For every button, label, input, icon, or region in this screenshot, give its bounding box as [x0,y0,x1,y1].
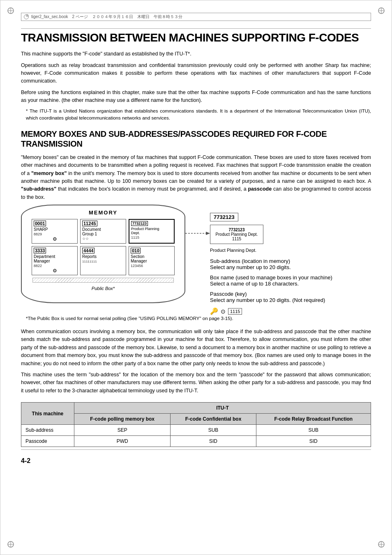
cell-name-sectionmgr: SectionManager [131,254,173,263]
mem-cell-010: 010 SectionManager 123456 [129,246,175,275]
memory-label: MEMORY [28,210,179,216]
sub-addr-info-body: Select any number up to 20 digits. [210,264,332,270]
table-row-passcode: Passcode PWD SID SID [21,436,371,447]
intro-para2: Operations such as relay broadcast trans… [21,62,371,85]
mem-cell-3333: 3333 DepartmentManager 8822 ⚙ [32,246,78,275]
row2-label: Passcode [21,436,74,447]
section-para1-text3: that indicates the box's location in mem… [58,186,247,192]
sub-addr-badge: 7732123 [210,213,238,221]
cell-icon-3333: ⚙ [34,268,76,274]
col2-header: F-code polling memory box [74,414,171,425]
table-row-subaddress: Sub-address SEP SUB SUB [21,425,371,436]
passcode-info: Passcode (key) Select any number up to 2… [210,291,332,303]
diagram-wrapper: MEMORY 0001 SHARP 8829 ⚙ 11245 DocumentG… [21,205,371,315]
comparison-table: This machine ITU-T F-code polling memory… [21,402,371,447]
body-para2: This machine uses the term "sub-address"… [21,371,371,395]
mem-cell-11245: 11245 DocumentGroup 1 ☆☆ [80,219,126,244]
cell-sub-010: 123456 [131,264,143,268]
target-icon: ⊕ [24,14,29,19]
top-rule [21,28,371,29]
body-para1: When communication occurs involving a me… [21,328,371,368]
intro-para1: This machine supports the "F-code" stand… [21,50,371,58]
header-strip: ⊕ tiger2_fax_sec.book 2 ページ ２００４年９月１６日 木… [21,13,371,21]
cell-name-deptmgr: DepartmentManager [34,254,76,263]
mem-cell-7732123: 7732123 Product PlanningDept. 1115 [129,219,175,244]
section-para1-bold3: passcode [248,186,272,192]
passcode-info-body: Select any number up to 20 digits. (Not … [210,297,332,303]
col3-header: F-code Confidential box [171,414,256,425]
col1-header: This machine [21,403,74,425]
pp-box-sub: 1115 [213,237,261,241]
passcode-num-badge: 1115 [228,308,242,315]
row1-c4: SUB [256,425,371,436]
cell-sub-4444: 11111111 [82,260,97,263]
cell-num-7732123: 7732123 [131,221,148,226]
public-box-label: Public Box* [31,286,175,291]
passcode-key-row: 🔑 ⊙ 1115 [210,307,332,315]
page-number: 4-2 [21,457,371,465]
itu-t-header: ITU-T [74,403,371,414]
key-icon: 🔑 [210,307,218,315]
cell-name-reports: Reports [82,254,124,259]
corner-tr [377,7,385,15]
section-para1-bold2: "sub-address" [21,186,56,192]
mem-cell-0001: 0001 SHARP 8829 ⚙ [32,219,78,244]
section-para1-text2: in the unit's memory. The memory box is … [21,170,371,184]
hatch-area [32,278,174,283]
passcode-info-title: Passcode (key) [210,291,332,297]
cell-name-docgroup: DocumentGroup 1 [82,227,124,236]
cell-num-0001: 0001 [34,221,46,226]
corner-tl [7,7,15,15]
section-para1-bold1: "memory box" [31,170,67,176]
main-title: TRANSMISSION BETWEEN MACHINES SUPPORTING… [21,31,371,44]
svg-marker-13 [206,232,210,235]
header-text: tiger2_fax_sec.book 2 ページ ２００４年９月１６日 木曜日… [31,14,182,20]
box-name-info-body: Select a name of up to 18 characters. [210,281,332,287]
cell-name-sharp: SHARP [34,227,76,232]
memory-box: MEMORY 0001 SHARP 8829 ⚙ 11245 DocumentG… [21,205,185,303]
product-label-text: Product Planning Dept. [210,248,256,253]
cell-sub-7732123: 1115 [131,235,139,240]
product-planning-box: 7732123 Product Planning Dept. 1115 [210,225,263,244]
diagram-right-section: 7732123 7732123 Product Planning Dept. 1… [210,213,332,315]
public-box-area: Public Box* [28,278,179,291]
corner-bl [7,540,15,548]
bottom-rule [21,449,371,450]
row2-c2: PWD [74,436,171,447]
cell-sub-0001: 8829 [34,232,42,236]
cell-num-4444: 4444 [82,248,95,253]
row2-c4: SID [256,436,371,447]
product-label: Product Planning Dept. [210,247,332,253]
row1-label: Sub-address [21,425,74,436]
cell-name-product: Product PlanningDept. [131,227,172,235]
corner-br [377,540,385,548]
cell-icon-0001: ⚙ [34,236,76,242]
section-para1: "Memory boxes" can be created in the mem… [21,154,371,201]
info-section: Sub-address (location in memory) Select … [210,258,332,315]
cell-num-11245: 11245 [82,221,97,226]
cell-num-3333: 3333 [34,248,46,253]
dashed-arrow-svg [185,229,210,237]
box-name-info-title: Box name (used to manage boxes in your m… [210,274,332,281]
row1-c3: SUB [171,425,256,436]
footnote-text: * The ITU-T is a United Nations organiza… [21,108,371,121]
mem-cell-4444: 4444 Reports 11111111 [80,246,126,275]
sub-addr-info: Sub-address (location in memory) Select … [210,258,332,270]
col4-header: F-code Relay Broadcast Function [256,414,371,425]
pp-box-num: 7732123 [213,228,261,232]
intro-para3: Before using the functions explained in … [21,89,371,105]
section-title: MEMORY BOXES AND SUB-ADDRESSES/PASSCODES… [21,129,371,149]
page: ⊕ tiger2_fax_sec.book 2 ページ ２００４年９月１６日 木… [0,0,392,555]
sub-addr-info-title: Sub-address (location in memory) [210,258,332,264]
pp-box-name: Product Planning Dept. [213,232,261,237]
row2-c3: SID [171,436,256,447]
row1-c2: SEP [74,425,171,436]
footnote2: *The Public Box is used for normal seria… [21,315,371,322]
circle-icon: ⊙ [221,308,226,315]
memory-grid: 0001 SHARP 8829 ⚙ 11245 DocumentGroup 1 … [28,219,179,275]
cell-sub-11245: ☆☆ [82,237,89,241]
arrow-area [185,229,210,237]
cell-num-010: 010 [131,248,141,253]
cell-sub-3333: 8822 [34,264,42,268]
box-name-info: Box name (used to manage boxes in your m… [210,274,332,287]
